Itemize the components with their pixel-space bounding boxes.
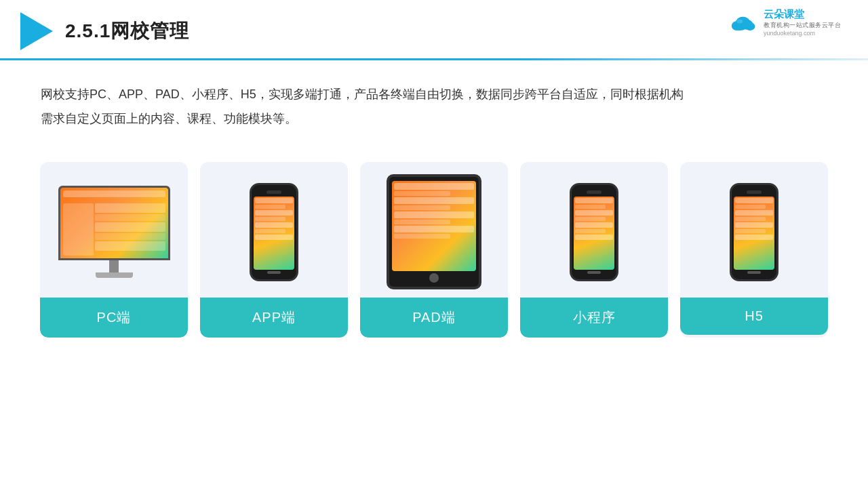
cloud-icon [728, 12, 760, 33]
h5-label: H5 [680, 298, 828, 335]
phone-home [267, 271, 281, 274]
svg-point-5 [737, 20, 743, 24]
pc-label: PC端 [40, 298, 188, 338]
mini-phone [570, 183, 618, 281]
h5-home-indicator [747, 271, 761, 274]
pc-card: PC端 [40, 162, 188, 338]
app-label: APP端 [200, 298, 348, 338]
app-screen [254, 197, 294, 270]
h5-phone [730, 183, 778, 281]
mini-card: 小程序 [520, 162, 668, 338]
mini-screen [574, 197, 614, 270]
h5-card: H5 [680, 162, 828, 338]
mini-home-indicator [587, 271, 601, 274]
brand-name: 云朵课堂 [764, 8, 804, 21]
monitor-body [58, 186, 170, 260]
monitor-base [96, 272, 133, 278]
app-image-area [200, 162, 348, 298]
pc-image-area [40, 162, 188, 298]
pad-image-area [360, 162, 508, 298]
mini-label: 小程序 [520, 298, 668, 338]
app-phone [250, 183, 298, 281]
pc-monitor [58, 186, 170, 278]
brand-url: yunduoketang.com [764, 30, 815, 37]
pad-label: PAD端 [360, 298, 508, 338]
brand-logo: 云朵课堂 教育机构一站式服务云平台 yunduoketang.com [728, 8, 841, 37]
pad-card: PAD端 [360, 162, 508, 338]
monitor-neck [109, 260, 119, 272]
h5-notch [747, 190, 762, 194]
logo-triangle-icon [20, 12, 53, 50]
pad-tablet [387, 174, 481, 289]
app-card: APP端 [200, 162, 348, 338]
brand-tagline: 教育机构一站式服务云平台 [764, 21, 841, 30]
h5-screen [734, 197, 774, 270]
page-title: 2.5.1网校管理 [65, 18, 189, 44]
page-header: 2.5.1网校管理 云朵课堂 教育机构一站式服务云平台 yunduoketang… [0, 0, 868, 50]
tablet-home [429, 273, 439, 283]
pad-screen [392, 181, 476, 271]
mini-notch [587, 190, 601, 194]
device-cards-area: PC端 APP端 [0, 138, 868, 338]
monitor-screen [60, 188, 168, 258]
description-text: 网校支持PC、APP、PAD、小程序、H5，实现多端打通，产品各终端自由切换，数… [0, 60, 868, 131]
phone-notch [267, 190, 281, 194]
h5-image-area [680, 162, 828, 298]
mini-image-area [520, 162, 668, 298]
